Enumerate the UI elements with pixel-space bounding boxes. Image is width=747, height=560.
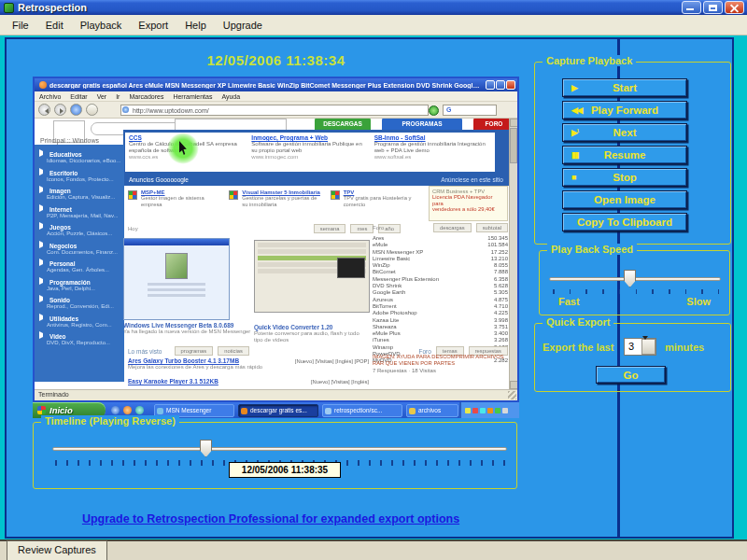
upgrade-link[interactable]: Upgrade to Retrospection Professional fo… xyxy=(19,512,523,525)
taskbar-task: retrospection/sc... xyxy=(322,404,402,417)
program-name: DVD Shrink xyxy=(373,283,402,289)
go-button[interactable]: Go xyxy=(596,366,666,384)
playback-button-icon: ▶ xyxy=(571,83,576,92)
playback-button[interactable]: ▮▮ Resume xyxy=(562,146,687,164)
menu-item[interactable]: Edit xyxy=(37,17,72,34)
category-item: Video DVD, DivX, Reproducto... xyxy=(39,331,124,345)
scroll-up-icon xyxy=(510,119,517,127)
ranking-row: Azureus 4.875 xyxy=(373,297,508,303)
timeline-group: Timeline (Playing Reverse) 12/05/2006 11… xyxy=(33,422,517,489)
ranking-row: DVD Shrink 5.628 xyxy=(373,283,508,289)
maximize-button[interactable] xyxy=(703,1,723,14)
taskbar-task-active: descargar gratis es... xyxy=(238,404,318,417)
download-count: 150.345 xyxy=(487,235,508,242)
ranking-row: Limewire Basic 13.210 xyxy=(373,256,508,262)
quick-export-group: Quick Export Export the last 3 minutes G… xyxy=(534,323,731,392)
category-item: Utilidades Antivirus, Registro, Com... xyxy=(39,314,124,328)
download-count: 8.055 xyxy=(494,262,508,269)
ranking-row: Adobe Photoshop 4.225 xyxy=(373,310,508,316)
playback-button-label: Start xyxy=(613,82,637,93)
speed-slider-thumb[interactable] xyxy=(624,270,636,287)
captured-browser-titlebar: descargar gratis español Ares eMule MSN … xyxy=(35,78,517,91)
category-item: Programación Java, Perl, Delphi... xyxy=(39,277,124,291)
sponsor-item: MSP+ME Gestor imagen de sistema empresa xyxy=(128,189,219,207)
bottom-tab-bar xyxy=(0,539,747,560)
download-ranking: Foro descargassubtotal Ares 150.345 xyxy=(373,223,508,365)
forward-icon xyxy=(54,104,66,116)
captured-menu-item: Ver xyxy=(92,93,112,100)
sponsor-icon xyxy=(229,190,238,200)
category-item: Personal Agendas, Gen. Árboles... xyxy=(39,259,124,273)
ad-bar: Anuncios Goooooogle Anúnciese en este si… xyxy=(123,174,509,186)
download-count: 101.584 xyxy=(487,242,508,248)
program-name: BitTorrent xyxy=(373,303,397,310)
download-count: 3.751 xyxy=(494,324,508,330)
download-count: 7.888 xyxy=(494,269,508,275)
captured-menu-item: Ir xyxy=(111,93,124,100)
windows-flag-icon xyxy=(37,406,46,414)
ad-bar-left: Anuncios Goooooogle xyxy=(129,176,189,183)
captured-search-box: G xyxy=(443,105,497,116)
maximize-icon xyxy=(709,5,717,11)
cursor-highlight xyxy=(167,133,199,164)
playback-button-label: Next xyxy=(613,127,637,138)
ranking-row: Messenger Plus Extension 6.358 xyxy=(373,276,508,283)
menu-item[interactable]: Help xyxy=(176,17,215,34)
ranking-row: Shareaza 3.751 xyxy=(373,324,508,330)
cursor-icon xyxy=(179,141,189,155)
menu-item[interactable]: Export xyxy=(130,17,176,34)
close-button[interactable] xyxy=(725,1,744,14)
program-name: Ares xyxy=(373,235,384,242)
playback-button[interactable]: ▶ Start xyxy=(562,78,687,97)
app-caption: Windows Live Messenger Beta 8.0.689 Ya h… xyxy=(123,322,263,335)
ranking-row: Kazaa Lite 3.998 xyxy=(373,317,508,324)
program-name: Azureus xyxy=(373,297,393,303)
category-item: Educativos Idiomas, Diccionarios, eBoo..… xyxy=(39,149,124,163)
minutes-dropdown[interactable]: 3 xyxy=(624,338,656,356)
playback-button[interactable]: ◀◀ Play Forward xyxy=(562,101,687,119)
go-button-label: Go xyxy=(624,370,639,381)
tab-review-captures[interactable]: Review Captures xyxy=(7,540,107,560)
menu-item[interactable]: Upgrade xyxy=(215,17,271,34)
program-name: MSN Messenger XP xyxy=(373,249,423,256)
firefox-icon xyxy=(39,81,47,89)
capture-playback-group: Capture Playback ▶ Start ◀◀ Play Forward… xyxy=(534,62,731,245)
ad-bar-right: Anúnciese en este sitio xyxy=(441,176,503,183)
captured-browser-toolbar: G xyxy=(35,102,517,119)
program-name: Kazaa Lite xyxy=(373,317,399,324)
dropdown-button[interactable] xyxy=(641,339,655,355)
ranking-row: MSN Messenger XP 17.252 xyxy=(373,249,508,256)
captured-address-bar xyxy=(120,105,429,116)
program-name: iTunes xyxy=(373,337,389,343)
playback-buttons: ▶ Start ◀◀ Play Forward ▶¹ Next ▮▮ Resum… xyxy=(562,78,689,231)
playback-button-icon: ▮▮ xyxy=(571,150,578,160)
news-item: SB-Inmo - SoftSal Programa de gestión in… xyxy=(374,134,491,170)
task-icon xyxy=(325,408,331,414)
timeline-slider-track[interactable] xyxy=(52,447,507,451)
playback-button[interactable]: ▶¹ Next xyxy=(562,123,687,142)
playback-button[interactable]: Copy To Clipboard xyxy=(562,213,687,231)
minimize-button[interactable] xyxy=(682,1,701,14)
slow-label: Slow xyxy=(686,296,711,307)
scroll-down-icon xyxy=(510,381,517,389)
playback-button[interactable]: ■ Stop xyxy=(562,168,687,187)
download-count: 13.210 xyxy=(491,256,508,262)
chevron-down-icon xyxy=(642,336,648,358)
ranking-row: eMule Plus 3.400 xyxy=(373,330,508,337)
timeline-slider-thumb[interactable] xyxy=(200,440,212,457)
title-bar: Retrospection xyxy=(0,0,747,15)
export-prefix-label: Export the last xyxy=(543,342,613,353)
category-item: Escritorio Iconos, Fondos, Protecto... xyxy=(39,168,124,182)
sponsor-icon xyxy=(331,190,340,200)
group-title: Quick Export xyxy=(543,316,613,328)
category-sidebar: Educativos Idiomas, Diccionarios, eBoo..… xyxy=(35,145,124,382)
captured-browser-window: descargar gratis español Ares eMule MSN … xyxy=(33,77,519,402)
capture-timestamp: 12/05/2006 11:38:34 xyxy=(33,52,519,68)
menu-item[interactable]: File xyxy=(4,17,37,34)
rank-pills: descargassubtotal xyxy=(429,223,508,232)
menu-item[interactable]: Playback xyxy=(72,17,131,34)
download-count: 3.268 xyxy=(494,337,508,343)
playback-button[interactable]: Open Image xyxy=(562,190,687,209)
playback-button-label: Open Image xyxy=(594,194,655,205)
program-name: Messenger Plus Extension xyxy=(373,276,439,283)
